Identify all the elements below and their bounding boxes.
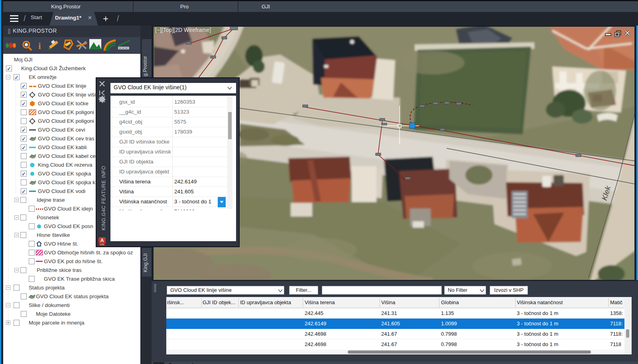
svg-text:i: i [38, 41, 41, 51]
